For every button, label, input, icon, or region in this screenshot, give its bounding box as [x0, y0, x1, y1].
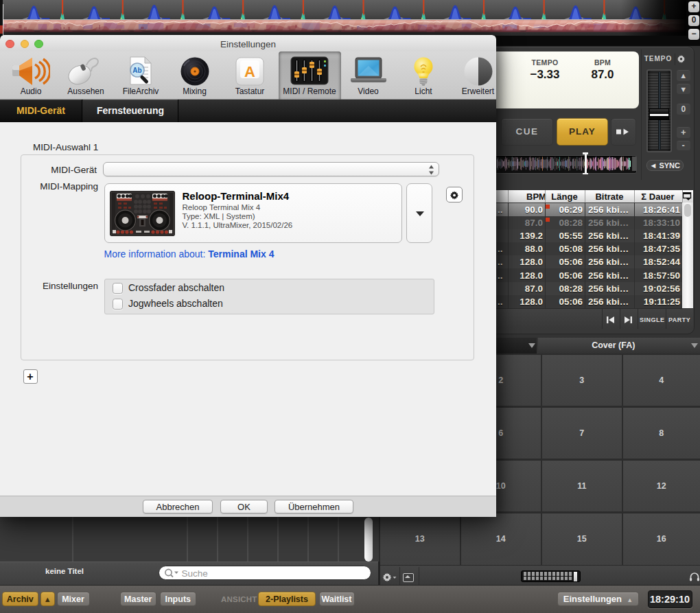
- svg-text:A: A: [244, 63, 255, 80]
- svg-text:Ab: Ab: [132, 67, 141, 74]
